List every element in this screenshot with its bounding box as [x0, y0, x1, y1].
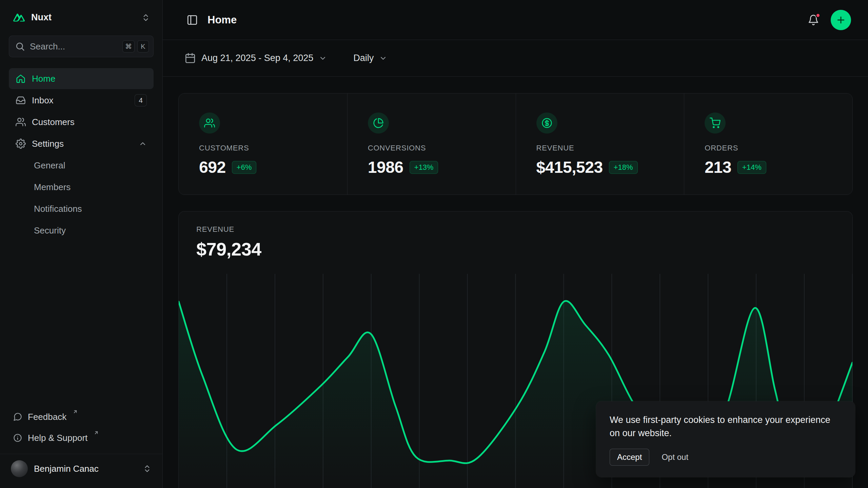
inbox-icon — [16, 95, 26, 105]
sidebar-item-notifications[interactable]: Notifications — [9, 198, 154, 219]
panel-left-icon — [186, 14, 198, 26]
chevrons-up-down-icon — [141, 13, 150, 22]
dollar-circle-icon — [536, 113, 557, 134]
topbar: Home — [163, 0, 868, 40]
pie-chart-icon — [368, 113, 389, 134]
sidebar-nav: Home Inbox 4 Customers Settings — [9, 68, 154, 241]
chart-header: REVENUE $79,234 — [179, 211, 852, 260]
sidebar-footer: Feedback Help & Support Benjamin Canac — [9, 406, 154, 479]
cookie-banner: We use first-party cookies to enhance yo… — [596, 401, 855, 477]
subnav-label: General — [34, 160, 65, 171]
search-icon — [15, 41, 25, 52]
nav-label: Home — [32, 74, 55, 84]
stat-value: 692 — [199, 158, 226, 177]
feedback-link[interactable]: Feedback — [9, 406, 154, 427]
sidebar-item-members[interactable]: Members — [9, 177, 154, 198]
sidebar-item-inbox[interactable]: Inbox 4 — [9, 90, 154, 111]
sidebar-item-general[interactable]: General — [9, 155, 154, 176]
stat-label: CUSTOMERS — [199, 144, 347, 152]
topbar-actions — [806, 10, 851, 30]
user-name: Benjamin Canac — [34, 464, 137, 474]
sidebar-item-security[interactable]: Security — [9, 220, 154, 241]
page-title: Home — [208, 14, 237, 26]
date-range-picker[interactable]: Aug 21, 2025 - Sep 4, 2025 — [184, 53, 327, 64]
stat-value: 213 — [705, 158, 731, 177]
nav-label: Customers — [32, 117, 75, 127]
sidebar-item-customers[interactable]: Customers — [9, 111, 154, 133]
kbd-cmd: ⌘ — [122, 40, 135, 53]
add-button[interactable] — [831, 10, 851, 30]
external-link-icon — [73, 409, 78, 414]
workspace-name: Nuxt — [31, 12, 136, 23]
footer-link-label: Feedback — [28, 412, 66, 422]
granularity-label: Daily — [353, 53, 374, 63]
subnav-label: Notifications — [34, 204, 82, 214]
stats-panel: CUSTOMERS 692 +6% CONVERSIONS 1986 +13% — [178, 93, 853, 195]
filter-toolbar: Aug 21, 2025 - Sep 4, 2025 Daily — [163, 40, 868, 77]
sidebar-item-settings[interactable]: Settings — [9, 133, 154, 154]
calendar-icon — [184, 53, 196, 64]
stat-value: $415,523 — [536, 158, 603, 177]
app-root: Nuxt ⌘ K Home I — [0, 0, 868, 488]
nav-label: Settings — [32, 139, 64, 149]
cookie-message: We use first-party cookies to enhance yo… — [610, 413, 842, 440]
plus-icon — [836, 15, 846, 25]
stat-orders[interactable]: ORDERS 213 +14% — [684, 94, 852, 195]
granularity-select[interactable]: Daily — [353, 53, 387, 63]
footer-link-label: Help & Support — [28, 433, 87, 443]
stat-label: CONVERSIONS — [368, 144, 516, 152]
home-icon — [16, 74, 26, 84]
subnav-label: Security — [34, 225, 66, 236]
nav-label: Inbox — [32, 95, 54, 106]
gear-icon — [16, 139, 26, 149]
user-avatar — [11, 460, 28, 477]
search-shortcut: ⌘ K — [122, 40, 149, 53]
cookie-accept-button[interactable]: Accept — [610, 449, 649, 466]
kbd-k: K — [137, 40, 149, 53]
settings-subnav: General Members Notifications Security — [9, 155, 154, 241]
notification-dot — [815, 13, 821, 18]
shopping-cart-icon — [705, 113, 726, 134]
sidebar-toggle-button[interactable] — [184, 12, 200, 28]
chart-title: REVENUE — [196, 225, 852, 234]
stat-delta-badge: +14% — [737, 161, 766, 174]
stat-customers[interactable]: CUSTOMERS 692 +6% — [179, 94, 347, 195]
chevrons-up-down-icon — [143, 464, 152, 473]
subnav-label: Members — [34, 182, 71, 192]
search-box[interactable]: ⌘ K — [9, 36, 154, 57]
stat-revenue[interactable]: REVENUE $415,523 +18% — [516, 94, 684, 195]
external-link-icon — [94, 430, 99, 435]
chevron-down-icon — [319, 54, 327, 62]
search-input[interactable] — [30, 41, 118, 52]
help-support-link[interactable]: Help & Support — [9, 427, 154, 448]
stat-label: ORDERS — [705, 144, 852, 152]
user-menu[interactable]: Benjamin Canac — [0, 454, 162, 479]
chart-current-value: $79,234 — [196, 239, 852, 260]
info-circle-icon — [13, 433, 22, 443]
sidebar: Nuxt ⌘ K Home I — [0, 0, 163, 488]
chevron-up-icon — [139, 140, 147, 148]
sidebar-item-home[interactable]: Home — [9, 68, 154, 89]
cookie-actions: Accept Opt out — [610, 449, 842, 466]
nuxt-logo-icon — [12, 13, 26, 22]
stat-value: 1986 — [368, 158, 403, 177]
stat-conversions[interactable]: CONVERSIONS 1986 +13% — [347, 94, 516, 195]
stat-label: REVENUE — [536, 144, 684, 152]
date-range-label: Aug 21, 2025 - Sep 4, 2025 — [201, 53, 313, 63]
stat-delta-badge: +18% — [609, 161, 638, 174]
users-icon — [199, 113, 220, 134]
stat-delta-badge: +13% — [410, 161, 438, 174]
stat-delta-badge: +6% — [232, 161, 257, 174]
users-icon — [16, 117, 26, 127]
cookie-optout-button[interactable]: Opt out — [662, 452, 688, 462]
chevron-down-icon — [379, 54, 387, 62]
workspace-selector[interactable]: Nuxt — [9, 9, 154, 26]
chat-bubble-icon — [13, 412, 22, 422]
inbox-count-badge: 4 — [135, 94, 147, 106]
